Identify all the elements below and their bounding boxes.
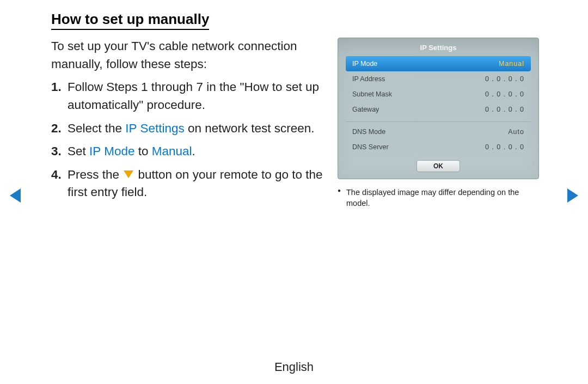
panel-row-gateway[interactable]: Gateway 0 . 0 . 0 . 0: [346, 102, 531, 117]
row-value: 0 . 0 . 0 . 0: [485, 143, 524, 151]
panel-row-ip-mode[interactable]: IP Mode Manual: [346, 56, 531, 71]
prev-page-icon[interactable]: [10, 188, 21, 203]
step-3-hl2: Manual: [152, 144, 192, 158]
instructions-text: To set up your TV's cable network connec…: [51, 38, 327, 209]
step-3-pre: Set: [68, 144, 89, 158]
row-value: 0 . 0 . 0 . 0: [485, 106, 524, 113]
ok-button[interactable]: OK: [416, 160, 460, 172]
panel-row-ip-address[interactable]: IP Address 0 . 0 . 0 . 0: [346, 71, 531, 87]
panel-row-dns-mode[interactable]: DNS Mode Auto: [346, 124, 531, 139]
row-label: Gateway: [352, 106, 379, 113]
row-value: 0 . 0 . 0 . 0: [485, 90, 524, 98]
row-label: DNS Mode: [352, 128, 385, 136]
next-page-icon[interactable]: [567, 188, 578, 203]
row-label: IP Mode: [352, 60, 377, 68]
row-label: DNS Server: [352, 143, 389, 151]
intro-text: To set up your TV's cable network connec…: [51, 38, 327, 73]
step-3-mid: to: [134, 144, 151, 158]
step-3-num: 3.: [51, 143, 62, 161]
row-label: Subnet Mask: [352, 90, 392, 98]
step-4: 4. Press the button on your remote to go…: [68, 166, 327, 202]
row-value: Auto: [508, 128, 524, 136]
row-value: 0 . 0 . 0 . 0: [485, 75, 524, 83]
row-label: IP Address: [352, 75, 385, 83]
step-4-num: 4.: [51, 166, 62, 184]
step-1-text: Follow Steps 1 through 7 in the "How to …: [68, 80, 319, 112]
step-2: 2. Select the IP Settings on network tes…: [68, 120, 327, 138]
step-2-num: 2.: [51, 120, 62, 138]
ip-settings-panel: IP Settings IP Mode Manual IP Address 0 …: [338, 38, 539, 179]
panel-divider: [346, 121, 531, 122]
panel-row-dns-server[interactable]: DNS Server 0 . 0 . 0 . 0: [346, 139, 531, 155]
step-3-post: .: [192, 144, 195, 158]
down-arrow-icon: [124, 170, 133, 178]
page-title: How to set up manually: [51, 11, 209, 30]
step-4-pre: Press the: [68, 168, 122, 181]
step-3: 3. Set IP Mode to Manual.: [68, 143, 327, 161]
step-1: 1. Follow Steps 1 through 7 in the "How …: [68, 78, 327, 114]
step-2-post: on network test screen.: [185, 121, 315, 135]
step-2-pre: Select the: [68, 121, 125, 135]
row-value: Manual: [499, 60, 524, 68]
panel-caption: The displayed image may differ depending…: [338, 187, 539, 209]
step-3-hl1: IP Mode: [89, 144, 134, 158]
step-1-num: 1.: [51, 78, 62, 96]
panel-title: IP Settings: [338, 38, 538, 56]
step-2-highlight: IP Settings: [125, 121, 184, 135]
language-footer: English: [0, 360, 588, 374]
panel-row-subnet-mask[interactable]: Subnet Mask 0 . 0 . 0 . 0: [346, 87, 531, 102]
